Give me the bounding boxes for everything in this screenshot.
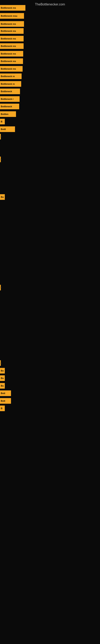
bottleneck-bar: Bottleneck r [0, 96, 20, 102]
bottleneck-bar: Bo [0, 194, 5, 200]
bottleneck-bar: Bottleneck res [0, 28, 24, 34]
bar-label: Bo [1, 384, 4, 387]
bar-label: Bottleneck re [1, 75, 15, 78]
bottleneck-bar: B [0, 406, 5, 411]
bottleneck-bar: Bottleneck res [0, 36, 24, 42]
bottleneck-bar: Bottl [0, 126, 15, 132]
bar-label: Bottleneck [1, 90, 12, 92]
bar-label: Bottleneck res [1, 68, 16, 70]
bottleneck-bar: Bott [0, 390, 11, 396]
bottleneck-bar: Bo [0, 368, 5, 374]
bar-label: Bottleneck res [1, 23, 16, 25]
bar-label: Bottleneck res [1, 45, 16, 47]
bar-label: Bottleneck res [1, 30, 16, 32]
bar-label: Bott [1, 400, 5, 402]
bottleneck-bar: Bo [0, 375, 5, 381]
bottleneck-bar: Bottleneck [0, 88, 20, 94]
bar-label: Bo [1, 377, 4, 379]
bottleneck-bar: Bottleneck re [0, 81, 21, 87]
bottleneck-bar: Bottleneck res [0, 51, 23, 56]
bottleneck-bar: Bottleneck [0, 104, 19, 109]
tick-line [0, 288, 1, 288]
bottleneck-bar: Bottleneck res [0, 66, 23, 72]
bottleneck-bar: Bottleneck res [0, 43, 24, 49]
bar-label: Bo [1, 370, 4, 372]
bar-label: Bo [1, 196, 4, 198]
bottleneck-bar: Bo [0, 383, 5, 388]
bar-label: Bottlen [1, 113, 8, 115]
bar-label: Bottleneck res [1, 38, 16, 40]
bar-label: Bottleneck [1, 105, 12, 108]
bottleneck-bar: Bottleneck re [0, 74, 22, 79]
bar-label: B [1, 120, 2, 123]
bottleneck-bar: B [0, 119, 5, 124]
bottleneck-bar: Bottleneck res [0, 5, 25, 11]
bar-label: Bottleneck resu [1, 15, 17, 17]
bar-label: Bottleneck r [1, 98, 14, 100]
tick-line [0, 363, 1, 363]
bottleneck-bar: Bottleneck resu [0, 13, 24, 19]
bar-label: B [1, 407, 2, 410]
bar-label: Bottleneck re [1, 83, 15, 85]
bottleneck-bar: Bottlen [0, 111, 16, 117]
bottleneck-bar: Bottleneck res [0, 21, 24, 27]
bottleneck-bar: Bott [0, 398, 11, 404]
bar-label: Bottleneck res [1, 60, 16, 62]
bar-label: Bottleneck res [1, 7, 16, 9]
bar-label: Bottl [1, 128, 6, 130]
bar-label: Bottleneck res [1, 52, 16, 55]
bar-label: Bott [1, 392, 5, 394]
bottleneck-bar: Bottleneck res [0, 58, 23, 64]
